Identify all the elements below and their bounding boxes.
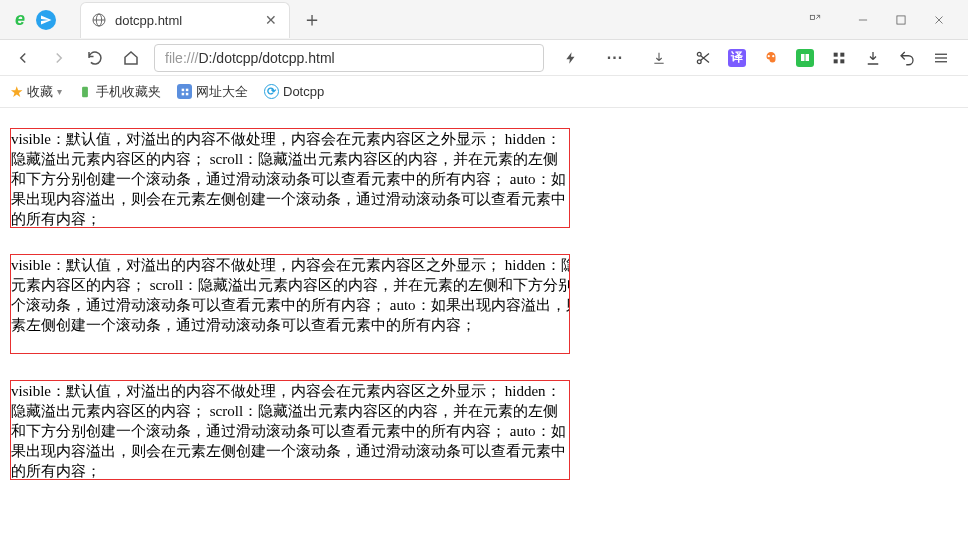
- url-input[interactable]: file:///D:/dotcpp/dotcpp.html: [154, 44, 544, 72]
- browser-tab[interactable]: dotcpp.html ✕: [80, 2, 290, 38]
- minimize-button[interactable]: [844, 0, 882, 40]
- svg-rect-13: [840, 59, 844, 63]
- box-scroll-text: visible：默认值，对溢出的内容不做处理，内容会在元素内容区之外显示； hi…: [11, 255, 570, 335]
- download-indicator-icon[interactable]: [642, 44, 676, 72]
- hamburger-menu-icon[interactable]: [924, 44, 958, 72]
- game-icon[interactable]: [754, 44, 788, 72]
- bookmarks-bar: ★ 收藏 ▾ 手机收藏夹 网址大全 ⟳ Dotcpp: [0, 76, 968, 108]
- extension-icons: 译: [686, 44, 958, 72]
- svg-rect-17: [82, 86, 88, 97]
- back-button[interactable]: [10, 45, 36, 71]
- svg-point-9: [697, 59, 701, 63]
- box-visible-text: visible：默认值，对溢出的内容不做处理，内容会在元素内容区之外显示； hi…: [11, 129, 566, 229]
- overflow-auto-box[interactable]: visible：默认值，对溢出的内容不做处理，内容会在元素内容区之外显示； hi…: [10, 380, 570, 480]
- box-auto-text: visible：默认值，对溢出的内容不做处理，内容会在元素内容区之外显示； hi…: [11, 381, 566, 480]
- browser-brand: e: [0, 8, 64, 32]
- bookmark-sites[interactable]: 网址大全: [177, 83, 248, 101]
- overflow-scroll-box[interactable]: visible：默认值，对溢出的内容不做处理，内容会在元素内容区之外显示； hi…: [10, 254, 570, 354]
- svg-point-8: [697, 52, 701, 56]
- more-actions-icon[interactable]: ···: [598, 44, 632, 72]
- url-path: D:/dotcpp/dotcpp.html: [198, 50, 334, 66]
- url-scheme: file:///: [165, 50, 198, 66]
- lightning-icon[interactable]: [554, 44, 588, 72]
- chevron-down-icon: ▾: [57, 86, 62, 97]
- download-icon[interactable]: [856, 44, 890, 72]
- titlebar: e dotcpp.html ✕ ＋: [0, 0, 968, 40]
- book-icon[interactable]: [788, 44, 822, 72]
- maximize-button[interactable]: [882, 0, 920, 40]
- address-bar: file:///D:/dotcpp/dotcpp.html ··· 译: [0, 40, 968, 76]
- svg-rect-21: [185, 92, 188, 95]
- svg-rect-10: [834, 52, 838, 56]
- dotcpp-icon: ⟳: [264, 84, 279, 99]
- translate-icon[interactable]: 译: [720, 44, 754, 72]
- svg-rect-18: [181, 88, 184, 91]
- svg-rect-11: [840, 52, 844, 56]
- page-viewport: visible：默认值，对溢出的内容不做处理，内容会在元素内容区之外显示； hi…: [0, 108, 968, 559]
- svg-rect-5: [897, 15, 905, 23]
- undo-icon[interactable]: [890, 44, 924, 72]
- expand-icon[interactable]: [796, 0, 834, 40]
- new-tab-button[interactable]: ＋: [298, 6, 326, 34]
- sites-icon: [177, 84, 192, 99]
- window-controls: [796, 0, 968, 40]
- star-icon: ★: [10, 83, 23, 101]
- home-button[interactable]: [118, 45, 144, 71]
- bookmark-sites-label: 网址大全: [196, 83, 248, 101]
- overflow-visible-box: visible：默认值，对溢出的内容不做处理，内容会在元素内容区之外显示； hi…: [10, 128, 570, 228]
- scissors-icon[interactable]: [686, 44, 720, 72]
- svg-rect-3: [810, 15, 814, 19]
- browser-logo-icon: e: [8, 8, 32, 32]
- svg-rect-12: [834, 59, 838, 63]
- close-window-button[interactable]: [920, 0, 958, 40]
- bookmark-favorites-label: 收藏: [27, 83, 53, 101]
- tab-close-icon[interactable]: ✕: [263, 12, 279, 28]
- tab-title: dotcpp.html: [115, 13, 255, 28]
- bookmark-dotcpp-label: Dotcpp: [283, 84, 324, 99]
- svg-rect-19: [185, 88, 188, 91]
- bookmark-favorites[interactable]: ★ 收藏 ▾: [10, 83, 62, 101]
- forward-button[interactable]: [46, 45, 72, 71]
- bookmark-mobile[interactable]: 手机收藏夹: [78, 83, 161, 101]
- bookmark-dotcpp[interactable]: ⟳ Dotcpp: [264, 84, 324, 99]
- svg-rect-20: [181, 92, 184, 95]
- mobile-folder-icon: [78, 85, 92, 99]
- bookmark-mobile-label: 手机收藏夹: [96, 83, 161, 101]
- reload-button[interactable]: [82, 45, 108, 71]
- send-icon[interactable]: [36, 10, 56, 30]
- globe-icon: [91, 12, 107, 28]
- apps-grid-icon[interactable]: [822, 44, 856, 72]
